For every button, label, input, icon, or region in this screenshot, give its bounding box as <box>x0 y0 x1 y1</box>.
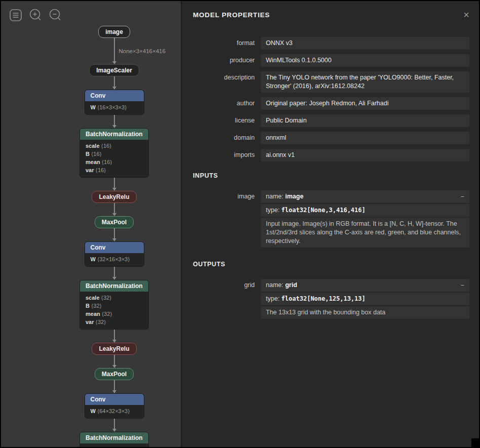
property-row-description: description The Tiny YOLO network from t… <box>193 71 469 93</box>
attr-value: ⟨16⟩ <box>102 159 112 165</box>
node-header: BatchNormalization <box>80 432 148 443</box>
attr-value: ⟨32⟩ <box>102 311 112 317</box>
property-value: The Tiny YOLO network from the paper 'YO… <box>261 71 469 93</box>
attr-value: ⟨16⟩ <box>91 151 102 157</box>
collapse-icon[interactable]: − <box>460 193 464 200</box>
property-row-imports: imports ai.onnx v1 <box>193 149 469 161</box>
node-body: W ⟨32×16×3×3⟩ <box>85 253 144 266</box>
node-header: Conv <box>85 242 144 253</box>
properties-list: format ONNX v3 producer WinMLTools 0.1.0… <box>193 37 469 161</box>
property-value: Public Domain <box>261 114 469 127</box>
graph-node-conv-1[interactable]: Conv W ⟨16×3×3×3⟩ <box>85 90 144 115</box>
node-body: scale ⟨32⟩ B ⟨32⟩ mean ⟨32⟩ var ⟨32⟩ <box>80 292 148 329</box>
attr-name: W <box>91 256 96 262</box>
property-row-format: format ONNX v3 <box>193 37 469 50</box>
collapse-icon[interactable]: − <box>460 281 464 289</box>
edge-line <box>114 38 115 61</box>
node-header: BatchNormalization <box>80 280 148 292</box>
arrowhead-icon <box>112 277 116 280</box>
attr-name: W <box>91 408 96 414</box>
attr-value: ⟨64×32×3×3⟩ <box>97 408 130 414</box>
panel-title: MODEL PROPERTIES <box>193 11 270 19</box>
menu-icon <box>9 8 23 22</box>
outputs-section-header: OUTPUTS <box>193 261 469 268</box>
graph-node-conv-2[interactable]: Conv W ⟨32×16×3×3⟩ <box>85 241 144 267</box>
edge-line <box>114 76 115 87</box>
property-row-license: license Public Domain <box>193 114 469 127</box>
attr-name: var <box>86 319 94 325</box>
zoom-out-button[interactable] <box>48 8 62 22</box>
io-name: name: image <box>266 192 303 201</box>
attr-name: B <box>86 151 90 157</box>
attr-name: W <box>91 104 96 110</box>
zoom-in-button[interactable] <box>28 8 43 22</box>
edge <box>112 419 116 432</box>
node-body: scale ⟨16⟩ B ⟨16⟩ mean ⟨16⟩ var ⟨16⟩ <box>80 140 148 177</box>
attr-value: ⟨32⟩ <box>96 319 106 325</box>
node-body: W ⟨16×3×3×3⟩ <box>85 101 144 114</box>
property-value: ONNX v3 <box>261 37 469 50</box>
io-name-prefix: name: <box>266 193 284 200</box>
edge-line <box>114 380 115 390</box>
graph-node-maxpool-2[interactable]: MaxPool <box>95 368 134 380</box>
node-header: BatchNormalization <box>80 129 148 140</box>
io-name: name: grid <box>266 281 297 290</box>
arrowhead-icon <box>112 429 116 432</box>
arrowhead-icon <box>112 340 116 343</box>
edge-line <box>114 267 115 277</box>
property-value: WinMLTools 0.1.0.5000 <box>261 54 469 67</box>
node-label: image <box>105 28 123 35</box>
edge <box>112 228 116 241</box>
property-label: license <box>193 114 261 127</box>
edge-line <box>114 419 115 429</box>
node-label: MaxPool <box>102 219 127 226</box>
io-type-prefix: type: <box>266 207 279 214</box>
node-label: LeakyRelu <box>99 345 129 352</box>
property-row-author: author Original paper: Joseph Redmon, Al… <box>193 97 469 110</box>
attr-name: scale <box>86 143 100 149</box>
arrowhead-icon <box>112 365 116 368</box>
io-name-row: name: grid − <box>261 279 469 292</box>
graph-node-leakyrelu-1[interactable]: LeakyRelu <box>92 191 136 203</box>
edge-line <box>114 115 115 125</box>
graph-node-batchnorm-2[interactable]: BatchNormalization scale ⟨32⟩ B ⟨32⟩ mea… <box>79 280 149 330</box>
graph-canvas[interactable]: image None×3×416×416 ImageScaler Conv W … <box>1 1 181 448</box>
property-value: ai.onnx v1 <box>261 149 469 161</box>
io-name-prefix: name: <box>266 281 284 289</box>
edge-line <box>114 330 115 340</box>
arrowhead-icon <box>112 87 116 90</box>
arrowhead-icon <box>112 188 116 191</box>
io-type-value: float32[None,125,13,13] <box>282 295 366 302</box>
edge-line <box>114 178 115 188</box>
close-icon[interactable]: × <box>463 11 469 19</box>
property-row-domain: domain onnxml <box>193 132 469 144</box>
graph-node-conv-3[interactable]: Conv W ⟨64×32×3×3⟩ <box>85 393 144 419</box>
edge-label: None×3×416×416 <box>119 48 166 54</box>
attr-value: ⟨16⟩ <box>96 167 106 173</box>
panel-header: MODEL PROPERTIES × <box>193 1 469 19</box>
arrowhead-icon <box>112 238 116 241</box>
property-label: description <box>193 71 261 84</box>
edge <box>112 267 116 280</box>
io-description: The 13x13 grid with the bounding box dat… <box>261 306 469 319</box>
output-item-grid: grid name: grid − type: float32[None,125… <box>193 279 469 319</box>
io-label: grid <box>193 279 261 292</box>
graph-node-leakyrelu-2[interactable]: LeakyRelu <box>92 343 136 355</box>
edge <box>112 330 116 343</box>
graph-node-batchnorm-1[interactable]: BatchNormalization scale ⟨16⟩ B ⟨16⟩ mea… <box>79 128 149 178</box>
inputs-section-header: INPUTS <box>193 172 469 179</box>
io-name-row: name: image − <box>261 190 469 203</box>
graph-node-image-input[interactable]: image <box>98 26 130 38</box>
menu-button[interactable] <box>9 8 23 22</box>
io-label: image <box>193 190 261 203</box>
property-value: onnxml <box>261 132 469 144</box>
attr-value: ⟨32×16×3×3⟩ <box>97 256 130 262</box>
graph-node-imagescaler[interactable]: ImageScaler <box>89 64 139 76</box>
graph-node-batchnorm-3[interactable]: BatchNormalization scale ⟨64⟩ B ⟨64⟩ mea… <box>79 432 149 448</box>
graph-node-maxpool-1[interactable]: MaxPool <box>95 216 134 228</box>
io-detail: name: grid − type: float32[None,125,13,1… <box>261 279 469 319</box>
io-detail: name: image − type: float32[None,3,416,4… <box>261 190 469 248</box>
edge-line <box>114 355 115 365</box>
property-value: Original paper: Joseph Redmon, Ali Farha… <box>261 97 469 110</box>
arrowhead-icon <box>112 213 116 216</box>
